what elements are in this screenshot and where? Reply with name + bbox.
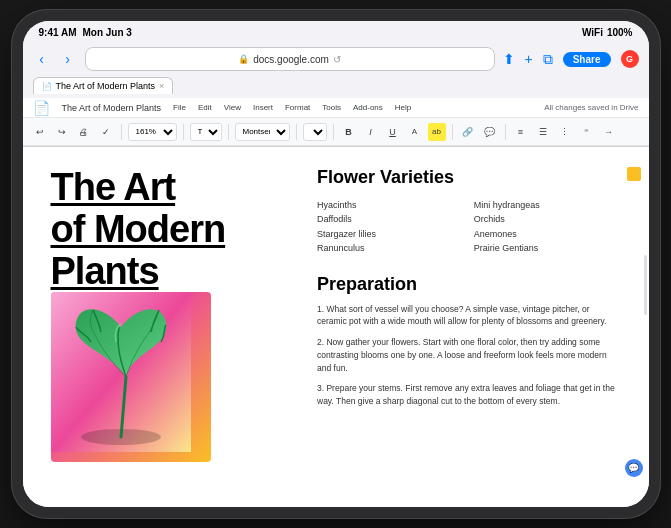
prep-paragraph-3: 3. Prepare your stems. First remove any …: [317, 382, 621, 408]
browser-nav: ‹ › 🔒 docs.google.com ↺ ⬆ + ⧉ Share G: [23, 43, 649, 75]
numbered-list-button[interactable]: ⁼: [578, 123, 596, 141]
bullet-list-button[interactable]: ⋮: [556, 123, 574, 141]
sticky-note[interactable]: [627, 167, 641, 181]
reload-icon[interactable]: ↺: [333, 54, 341, 65]
browser-actions: ⬆ + ⧉ Share G: [503, 50, 639, 68]
docs-toolbar: ↩ ↪ 🖨 ✓ 161% Title Montserrat 33: [23, 118, 649, 146]
text-color-button[interactable]: A: [406, 123, 424, 141]
document-page: The Art of Modern Plants: [23, 147, 649, 507]
document-area: The Art of Modern Plants: [23, 147, 649, 507]
share-button[interactable]: Share: [563, 52, 611, 67]
plant-image: [51, 292, 211, 462]
menu-tools[interactable]: Tools: [322, 103, 341, 112]
prep-paragraph-2: 2. Now gather your flowers. Start with o…: [317, 336, 621, 374]
leaf-svg: [51, 292, 191, 452]
google-docs-icon: 📄: [33, 100, 50, 116]
tablet-screen: 9:41 AM Mon Jun 3 WiFi 100% ‹ › 🔒 docs.g…: [23, 21, 649, 507]
flower-item-6: Orchids: [474, 212, 621, 226]
active-tab[interactable]: 📄 The Art of Modern Plants ×: [33, 77, 174, 94]
bold-button[interactable]: B: [340, 123, 358, 141]
document-main-title: The Art of Modern Plants: [51, 167, 298, 292]
indent-button[interactable]: →: [600, 123, 618, 141]
status-left: 9:41 AM Mon Jun 3: [39, 27, 132, 38]
upload-icon[interactable]: ⬆: [503, 51, 515, 67]
status-bar: 9:41 AM Mon Jun 3 WiFi 100%: [23, 21, 649, 43]
menu-addons[interactable]: Add-ons: [353, 103, 383, 112]
scroll-indicator[interactable]: [644, 255, 647, 315]
doc-title[interactable]: The Art of Modern Plants: [62, 103, 162, 113]
tab-title: The Art of Modern Plants: [56, 81, 156, 91]
menu-edit[interactable]: Edit: [198, 103, 212, 112]
browser-chrome: ‹ › 🔒 docs.google.com ↺ ⬆ + ⧉ Share G: [23, 43, 649, 147]
docs-tab-icon: 📄: [42, 82, 52, 91]
highlight-button[interactable]: ab: [428, 123, 446, 141]
left-column: The Art of Modern Plants: [51, 167, 308, 497]
flower-item-2: Daffodils: [317, 212, 464, 226]
flowers-col2: Mini hydrangeas Orchids Anemones Prairie…: [474, 198, 621, 256]
add-tab-icon[interactable]: +: [525, 51, 533, 67]
toolbar-divider-2: [183, 124, 184, 140]
wifi-icon: WiFi: [582, 27, 603, 38]
battery-icon: 100%: [607, 27, 633, 38]
toolbar-divider-4: [296, 124, 297, 140]
flower-item-4: Ranunculus: [317, 241, 464, 255]
font-select[interactable]: Montserrat: [235, 123, 290, 141]
menu-insert[interactable]: Insert: [253, 103, 273, 112]
style-select[interactable]: Title: [190, 123, 222, 141]
right-column: Flower Varieties Hyacinths Daffodils Sta…: [307, 167, 621, 497]
flower-item-8: Prairie Gentians: [474, 241, 621, 255]
tabs-icon[interactable]: ⧉: [543, 51, 553, 68]
align-center-button[interactable]: ☰: [534, 123, 552, 141]
status-time: 9:41 AM: [39, 27, 77, 38]
url-text: docs.google.com: [253, 54, 329, 65]
lock-icon: 🔒: [238, 54, 249, 64]
toolbar-divider-7: [505, 124, 506, 140]
menu-format[interactable]: Format: [285, 103, 310, 112]
tablet-device: 9:41 AM Mon Jun 3 WiFi 100% ‹ › 🔒 docs.g…: [11, 9, 661, 519]
link-button[interactable]: 🔗: [459, 123, 477, 141]
comment-bubble[interactable]: 💬: [625, 459, 643, 477]
toolbar-divider-6: [452, 124, 453, 140]
flower-item-7: Anemones: [474, 227, 621, 241]
flower-item-5: Mini hydrangeas: [474, 198, 621, 212]
toolbar-divider-1: [121, 124, 122, 140]
italic-button[interactable]: I: [362, 123, 380, 141]
tabs-bar: 📄 The Art of Modern Plants ×: [23, 75, 649, 98]
flower-varieties-list: Hyacinths Daffodils Stargazer lilies Ran…: [317, 198, 621, 256]
status-right: WiFi 100%: [582, 27, 633, 38]
align-left-button[interactable]: ≡: [512, 123, 530, 141]
print-button[interactable]: 🖨: [75, 123, 93, 141]
menu-file[interactable]: File: [173, 103, 186, 112]
address-bar[interactable]: 🔒 docs.google.com ↺: [85, 47, 495, 71]
menu-help[interactable]: Help: [395, 103, 411, 112]
tab-close-button[interactable]: ×: [159, 81, 164, 91]
zoom-select[interactable]: 161%: [128, 123, 177, 141]
user-avatar[interactable]: G: [621, 50, 639, 68]
redo-button[interactable]: ↪: [53, 123, 71, 141]
docs-menubar: 📄 The Art of Modern Plants File Edit Vie…: [23, 98, 649, 118]
menu-view[interactable]: View: [224, 103, 241, 112]
font-size-select[interactable]: 33: [303, 123, 327, 141]
status-date: Mon Jun 3: [82, 27, 131, 38]
back-button[interactable]: ‹: [33, 50, 51, 68]
flower-item-3: Stargazer lilies: [317, 227, 464, 241]
preparation-title: Preparation: [317, 274, 621, 295]
underline-button[interactable]: U: [384, 123, 402, 141]
toolbar-divider-5: [333, 124, 334, 140]
save-status: All changes saved in Drive: [423, 103, 638, 112]
flower-item-1: Hyacinths: [317, 198, 464, 212]
comment-button[interactable]: 💬: [481, 123, 499, 141]
forward-button[interactable]: ›: [59, 50, 77, 68]
flowers-col1: Hyacinths Daffodils Stargazer lilies Ran…: [317, 198, 464, 256]
flower-varieties-title: Flower Varieties: [317, 167, 621, 188]
spellcheck-button[interactable]: ✓: [97, 123, 115, 141]
toolbar-divider-3: [228, 124, 229, 140]
prep-paragraph-1: 1. What sort of vessel will you choose? …: [317, 303, 621, 329]
undo-button[interactable]: ↩: [31, 123, 49, 141]
